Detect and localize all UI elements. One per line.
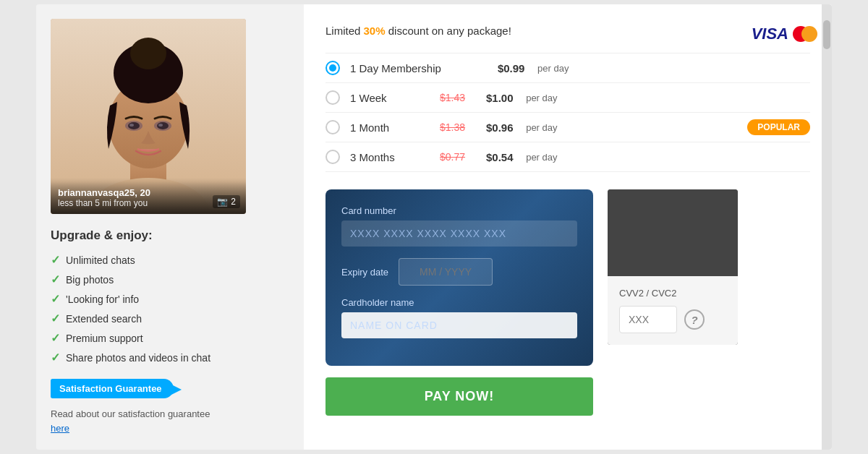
pay-now-button[interactable]: PAY NOW! (326, 377, 593, 416)
scrollbar-track[interactable] (822, 4, 832, 450)
discount-banner: Limited 30% discount on any package! (326, 25, 810, 37)
profile-name: briannanvasqa25, 20 (58, 187, 239, 198)
card-number-label: Card number (341, 205, 577, 216)
benefit-label: Big photos (66, 274, 114, 286)
discount-prefix: Limited (326, 25, 364, 37)
mastercard-logo (793, 26, 817, 42)
satisfaction-badge: Satisfaction Guarantee (51, 379, 174, 398)
check-icon: ✓ (51, 331, 60, 345)
payment-form: Card number Expiry date Cardholder name (326, 189, 593, 366)
card-number-input[interactable] (341, 220, 577, 247)
cardholder-label: Cardholder name (341, 297, 577, 308)
profile-distance: less than 5 mi from you (58, 198, 239, 208)
mc-orange-circle (801, 26, 817, 42)
left-panel: briannanvasqa25, 20 less than 5 mi from … (36, 4, 304, 450)
main-container: briannanvasqa25, 20 less than 5 mi from … (36, 4, 832, 450)
plan-price-1month: $0.96 (486, 121, 514, 134)
check-icon: ✓ (51, 253, 60, 267)
plan-name-3months: 3 Months (350, 151, 430, 163)
satisfaction-label: Satisfaction Guarantee (59, 383, 162, 394)
list-item: ✓ Share photos and videos in chat (51, 351, 289, 364)
plan-price-1day: $0.99 (498, 62, 525, 74)
plan-perday-1month: per day (524, 122, 558, 133)
cvv-label: CVV2 / CVC2 (619, 288, 726, 299)
check-icon: ✓ (51, 292, 60, 306)
cvv-help-icon[interactable]: ? (684, 309, 705, 330)
plan-old-price-3months: $0.77 (440, 151, 476, 163)
list-item: ✓ Unlimited chats (51, 253, 289, 267)
plan-name-1day: 1 Day Membership (350, 62, 441, 74)
benefit-label: Unlimited chats (66, 254, 135, 266)
plan-perday-1day: per day (535, 63, 569, 74)
payment-logos: VISA (752, 25, 817, 43)
plan-3months[interactable]: 3 Months $0.77 $0.54 per day (326, 142, 810, 172)
popular-badge: POPULAR (747, 119, 810, 135)
plan-price-1week: $1.00 (486, 92, 514, 104)
card-number-group: Card number (341, 205, 577, 247)
benefit-list: ✓ Unlimited chats ✓ Big photos ✓ 'Lookin… (51, 253, 289, 364)
radio-3months[interactable] (326, 150, 340, 164)
expiry-group: Expiry date (341, 258, 577, 286)
right-panel: VISA Limited 30% discount on any package… (304, 4, 832, 450)
plan-old-price-1month: $1.38 (440, 121, 476, 133)
benefit-label: Premium support (66, 333, 143, 344)
cvv-row: ? (619, 306, 726, 333)
check-icon: ✓ (51, 273, 60, 286)
benefit-label: 'Looking for' info (66, 294, 139, 305)
check-icon: ✓ (51, 312, 60, 325)
photo-count: 📷 2 (213, 195, 240, 208)
expiry-label: Expiry date (341, 267, 388, 278)
list-item: ✓ Premium support (51, 331, 289, 345)
svg-point-11 (154, 121, 171, 131)
svg-point-9 (130, 38, 166, 69)
guarantee-text: Read about our satisfaction guarantee he… (51, 407, 289, 435)
radio-1month[interactable] (326, 120, 340, 134)
plan-1day[interactable]: 1 Day Membership $0.99 per day (326, 53, 810, 83)
plan-name-1week: 1 Week (350, 92, 430, 104)
radio-inner (329, 64, 336, 72)
plan-name-1month: 1 Month (350, 121, 430, 134)
cvv-section: CVV2 / CVC2 ? (608, 276, 738, 345)
benefit-label: Extended search (66, 313, 142, 325)
plan-perday-1week: per day (524, 93, 558, 103)
plan-perday-3months: per day (524, 152, 558, 163)
list-item: ✓ 'Looking for' info (51, 292, 289, 306)
radio-1day[interactable] (326, 61, 340, 75)
profile-image-container: briannanvasqa25, 20 less than 5 mi from … (51, 19, 246, 214)
guarantee-link[interactable]: here (51, 423, 69, 434)
scrollbar-thumb[interactable] (823, 20, 830, 49)
benefit-label: Share photos and videos in chat (66, 352, 210, 364)
visa-logo: VISA (752, 25, 788, 43)
camera-icon: 📷 (217, 197, 228, 207)
expiry-input[interactable] (399, 258, 493, 286)
radio-1week[interactable] (326, 90, 340, 105)
discount-percent: 30% (364, 25, 386, 37)
list-item: ✓ Extended search (51, 312, 289, 325)
cvv-input[interactable] (619, 306, 677, 333)
cardholder-input[interactable] (341, 312, 577, 338)
plan-old-price-1week: $1.43 (440, 92, 476, 103)
payment-area: Card number Expiry date Cardholder name (326, 189, 810, 416)
discount-suffix: discount on any package! (386, 25, 511, 37)
list-item: ✓ Big photos (51, 273, 289, 286)
cardholder-group: Cardholder name (341, 297, 577, 338)
plan-1week[interactable]: 1 Week $1.43 $1.00 per day (326, 83, 810, 113)
membership-options: 1 Day Membership $0.99 per day 1 Week $1… (326, 53, 810, 172)
svg-point-10 (125, 121, 142, 131)
plan-1month[interactable]: 1 Month $1.38 $0.96 per day POPULAR (326, 113, 810, 142)
check-icon: ✓ (51, 351, 60, 364)
upgrade-title: Upgrade & enjoy: (51, 228, 289, 243)
plan-price-3months: $0.54 (486, 151, 514, 163)
